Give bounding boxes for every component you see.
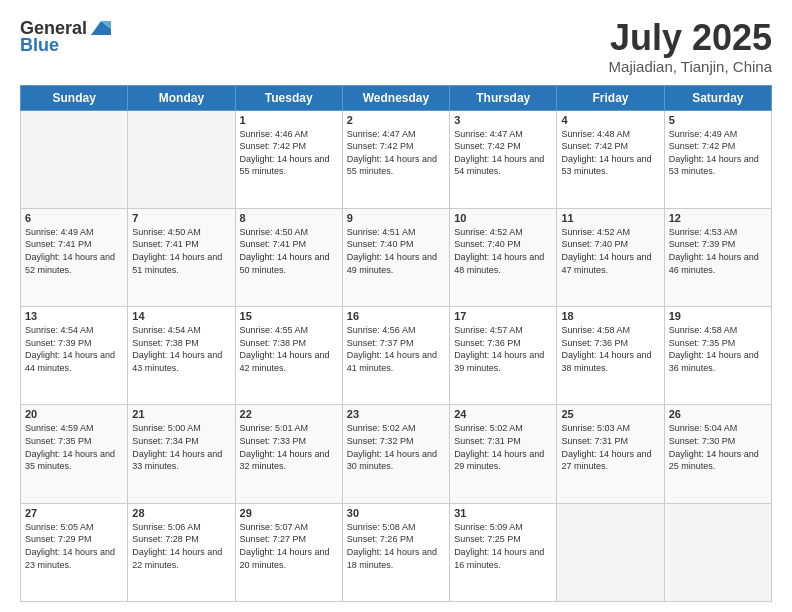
- table-row: 16Sunrise: 4:56 AMSunset: 7:37 PMDayligh…: [342, 307, 449, 405]
- day-info: Sunrise: 4:50 AMSunset: 7:41 PMDaylight:…: [132, 226, 230, 276]
- table-row: [557, 503, 664, 601]
- day-number: 24: [454, 408, 552, 420]
- calendar-title: July 2025: [609, 18, 772, 58]
- table-row: 26Sunrise: 5:04 AMSunset: 7:30 PMDayligh…: [664, 405, 771, 503]
- day-number: 18: [561, 310, 659, 322]
- day-info: Sunrise: 4:53 AMSunset: 7:39 PMDaylight:…: [669, 226, 767, 276]
- table-row: 15Sunrise: 4:55 AMSunset: 7:38 PMDayligh…: [235, 307, 342, 405]
- day-number: 22: [240, 408, 338, 420]
- day-number: 20: [25, 408, 123, 420]
- day-number: 16: [347, 310, 445, 322]
- day-info: Sunrise: 4:56 AMSunset: 7:37 PMDaylight:…: [347, 324, 445, 374]
- day-number: 8: [240, 212, 338, 224]
- table-row: 23Sunrise: 5:02 AMSunset: 7:32 PMDayligh…: [342, 405, 449, 503]
- calendar-table: Sunday Monday Tuesday Wednesday Thursday…: [20, 85, 772, 602]
- day-number: 28: [132, 507, 230, 519]
- header-thursday: Thursday: [450, 85, 557, 110]
- day-number: 21: [132, 408, 230, 420]
- day-info: Sunrise: 4:54 AMSunset: 7:38 PMDaylight:…: [132, 324, 230, 374]
- day-info: Sunrise: 4:47 AMSunset: 7:42 PMDaylight:…: [347, 128, 445, 178]
- day-number: 25: [561, 408, 659, 420]
- day-info: Sunrise: 5:00 AMSunset: 7:34 PMDaylight:…: [132, 422, 230, 472]
- calendar-week-row: 27Sunrise: 5:05 AMSunset: 7:29 PMDayligh…: [21, 503, 772, 601]
- day-number: 13: [25, 310, 123, 322]
- table-row: 28Sunrise: 5:06 AMSunset: 7:28 PMDayligh…: [128, 503, 235, 601]
- table-row: 5Sunrise: 4:49 AMSunset: 7:42 PMDaylight…: [664, 110, 771, 208]
- table-row: [664, 503, 771, 601]
- day-info: Sunrise: 4:58 AMSunset: 7:35 PMDaylight:…: [669, 324, 767, 374]
- day-number: 11: [561, 212, 659, 224]
- calendar-week-row: 20Sunrise: 4:59 AMSunset: 7:35 PMDayligh…: [21, 405, 772, 503]
- table-row: 4Sunrise: 4:48 AMSunset: 7:42 PMDaylight…: [557, 110, 664, 208]
- day-info: Sunrise: 5:03 AMSunset: 7:31 PMDaylight:…: [561, 422, 659, 472]
- day-info: Sunrise: 4:55 AMSunset: 7:38 PMDaylight:…: [240, 324, 338, 374]
- calendar-location: Majiadian, Tianjin, China: [609, 58, 772, 75]
- title-block: July 2025 Majiadian, Tianjin, China: [609, 18, 772, 75]
- day-number: 4: [561, 114, 659, 126]
- table-row: 13Sunrise: 4:54 AMSunset: 7:39 PMDayligh…: [21, 307, 128, 405]
- table-row: 12Sunrise: 4:53 AMSunset: 7:39 PMDayligh…: [664, 208, 771, 306]
- day-number: 6: [25, 212, 123, 224]
- day-info: Sunrise: 5:02 AMSunset: 7:32 PMDaylight:…: [347, 422, 445, 472]
- day-number: 1: [240, 114, 338, 126]
- day-info: Sunrise: 5:02 AMSunset: 7:31 PMDaylight:…: [454, 422, 552, 472]
- table-row: 2Sunrise: 4:47 AMSunset: 7:42 PMDaylight…: [342, 110, 449, 208]
- table-row: 3Sunrise: 4:47 AMSunset: 7:42 PMDaylight…: [450, 110, 557, 208]
- day-info: Sunrise: 4:57 AMSunset: 7:36 PMDaylight:…: [454, 324, 552, 374]
- page: General Blue July 2025 Majiadian, Tianji…: [0, 0, 792, 612]
- day-info: Sunrise: 4:51 AMSunset: 7:40 PMDaylight:…: [347, 226, 445, 276]
- header-monday: Monday: [128, 85, 235, 110]
- day-info: Sunrise: 4:58 AMSunset: 7:36 PMDaylight:…: [561, 324, 659, 374]
- table-row: 31Sunrise: 5:09 AMSunset: 7:25 PMDayligh…: [450, 503, 557, 601]
- day-number: 10: [454, 212, 552, 224]
- calendar-week-row: 6Sunrise: 4:49 AMSunset: 7:41 PMDaylight…: [21, 208, 772, 306]
- day-number: 5: [669, 114, 767, 126]
- day-info: Sunrise: 4:59 AMSunset: 7:35 PMDaylight:…: [25, 422, 123, 472]
- day-number: 7: [132, 212, 230, 224]
- day-info: Sunrise: 5:05 AMSunset: 7:29 PMDaylight:…: [25, 521, 123, 571]
- day-number: 12: [669, 212, 767, 224]
- calendar-week-row: 1Sunrise: 4:46 AMSunset: 7:42 PMDaylight…: [21, 110, 772, 208]
- day-number: 3: [454, 114, 552, 126]
- day-info: Sunrise: 4:54 AMSunset: 7:39 PMDaylight:…: [25, 324, 123, 374]
- table-row: 17Sunrise: 4:57 AMSunset: 7:36 PMDayligh…: [450, 307, 557, 405]
- header: General Blue July 2025 Majiadian, Tianji…: [20, 18, 772, 75]
- header-wednesday: Wednesday: [342, 85, 449, 110]
- day-info: Sunrise: 5:08 AMSunset: 7:26 PMDaylight:…: [347, 521, 445, 571]
- day-info: Sunrise: 4:48 AMSunset: 7:42 PMDaylight:…: [561, 128, 659, 178]
- header-saturday: Saturday: [664, 85, 771, 110]
- table-row: 20Sunrise: 4:59 AMSunset: 7:35 PMDayligh…: [21, 405, 128, 503]
- calendar-header-row: Sunday Monday Tuesday Wednesday Thursday…: [21, 85, 772, 110]
- table-row: 11Sunrise: 4:52 AMSunset: 7:40 PMDayligh…: [557, 208, 664, 306]
- day-number: 30: [347, 507, 445, 519]
- day-info: Sunrise: 5:04 AMSunset: 7:30 PMDaylight:…: [669, 422, 767, 472]
- header-sunday: Sunday: [21, 85, 128, 110]
- header-tuesday: Tuesday: [235, 85, 342, 110]
- table-row: 21Sunrise: 5:00 AMSunset: 7:34 PMDayligh…: [128, 405, 235, 503]
- logo-blue: Blue: [20, 35, 59, 56]
- day-number: 23: [347, 408, 445, 420]
- table-row: 14Sunrise: 4:54 AMSunset: 7:38 PMDayligh…: [128, 307, 235, 405]
- table-row: 22Sunrise: 5:01 AMSunset: 7:33 PMDayligh…: [235, 405, 342, 503]
- table-row: 8Sunrise: 4:50 AMSunset: 7:41 PMDaylight…: [235, 208, 342, 306]
- table-row: [128, 110, 235, 208]
- day-number: 2: [347, 114, 445, 126]
- logo: General Blue: [20, 18, 111, 56]
- day-number: 17: [454, 310, 552, 322]
- table-row: 9Sunrise: 4:51 AMSunset: 7:40 PMDaylight…: [342, 208, 449, 306]
- logo-icon: [89, 19, 111, 37]
- day-info: Sunrise: 5:07 AMSunset: 7:27 PMDaylight:…: [240, 521, 338, 571]
- day-info: Sunrise: 4:50 AMSunset: 7:41 PMDaylight:…: [240, 226, 338, 276]
- day-info: Sunrise: 5:09 AMSunset: 7:25 PMDaylight:…: [454, 521, 552, 571]
- day-info: Sunrise: 4:46 AMSunset: 7:42 PMDaylight:…: [240, 128, 338, 178]
- table-row: 1Sunrise: 4:46 AMSunset: 7:42 PMDaylight…: [235, 110, 342, 208]
- table-row: 24Sunrise: 5:02 AMSunset: 7:31 PMDayligh…: [450, 405, 557, 503]
- table-row: 10Sunrise: 4:52 AMSunset: 7:40 PMDayligh…: [450, 208, 557, 306]
- day-info: Sunrise: 4:47 AMSunset: 7:42 PMDaylight:…: [454, 128, 552, 178]
- table-row: [21, 110, 128, 208]
- table-row: 27Sunrise: 5:05 AMSunset: 7:29 PMDayligh…: [21, 503, 128, 601]
- table-row: 18Sunrise: 4:58 AMSunset: 7:36 PMDayligh…: [557, 307, 664, 405]
- day-info: Sunrise: 5:01 AMSunset: 7:33 PMDaylight:…: [240, 422, 338, 472]
- table-row: 30Sunrise: 5:08 AMSunset: 7:26 PMDayligh…: [342, 503, 449, 601]
- day-info: Sunrise: 5:06 AMSunset: 7:28 PMDaylight:…: [132, 521, 230, 571]
